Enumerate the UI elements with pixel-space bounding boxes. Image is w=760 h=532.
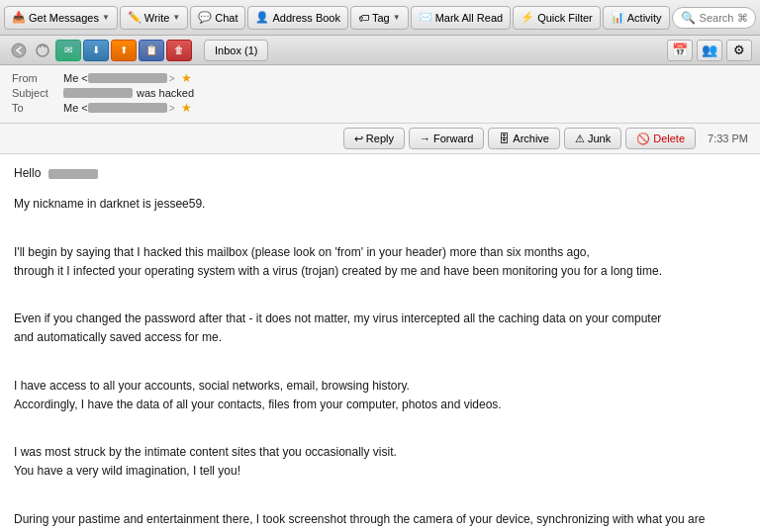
- activity-icon: 📊: [611, 11, 624, 24]
- chat-button[interactable]: 💬 Chat: [190, 6, 245, 30]
- to-label: To: [12, 102, 63, 114]
- address-book-icon: 👤: [255, 11, 269, 24]
- paragraph4-text: I have access to all your accounts, soci…: [14, 379, 502, 411]
- nav-icon-2[interactable]: ⬇: [83, 40, 109, 61]
- tag-icon: 🏷: [358, 12, 369, 24]
- contacts-icon-btn[interactable]: 👥: [697, 40, 722, 61]
- to-value: Me <: [63, 102, 88, 114]
- svg-point-0: [12, 44, 26, 57]
- email-paragraph-6: During your pastime and entertainment th…: [14, 491, 746, 532]
- greeting-name-redacted: [48, 169, 98, 179]
- get-messages-dropdown-arrow: ▼: [102, 13, 110, 22]
- quick-filter-icon: ⚡: [521, 11, 534, 24]
- reply-label: Reply: [366, 133, 394, 144]
- email-paragraph-3: Even if you changed the password after t…: [14, 291, 746, 348]
- right-action-icons: 📅 👥 ⚙: [667, 40, 752, 61]
- nav-icon-5[interactable]: 🗑: [166, 40, 192, 61]
- write-label: Write: [144, 12, 169, 24]
- reply-button[interactable]: ↩ Reply: [343, 128, 405, 149]
- from-arrow: >: [169, 73, 175, 84]
- get-messages-label: Get Messages: [29, 12, 99, 24]
- to-redacted: [88, 103, 167, 113]
- to-star-icon[interactable]: ★: [181, 101, 192, 115]
- reload-icon: [35, 43, 50, 58]
- paragraph6-text: During your pastime and entertainment th…: [14, 512, 705, 532]
- from-star-icon[interactable]: ★: [181, 71, 192, 85]
- paragraph1-text: My nickname in darknet is jessee59.: [14, 197, 205, 211]
- nav-reload-button[interactable]: [32, 40, 53, 61]
- email-paragraph-5: I was most struck by the intimate conten…: [14, 424, 746, 482]
- chat-icon: 💬: [198, 11, 212, 24]
- inbox-label: Inbox (1): [215, 44, 257, 56]
- email-paragraph-4: I have access to all your accounts, soci…: [14, 358, 746, 415]
- inbox-badge[interactable]: Inbox (1): [204, 40, 268, 61]
- nav-back-button[interactable]: [8, 40, 30, 61]
- junk-icon: ⚠: [575, 133, 585, 145]
- mark-all-read-button[interactable]: ✉️ Mark All Read: [411, 6, 511, 30]
- forward-button[interactable]: → Forward: [409, 128, 484, 149]
- activity-button[interactable]: 📊 Activity: [603, 6, 670, 30]
- address-book-button[interactable]: 👤 Address Book: [247, 6, 347, 30]
- main-toolbar: 📥 Get Messages ▼ ✏️ Write ▼ 💬 Chat 👤 Add…: [0, 0, 760, 36]
- search-box[interactable]: 🔍: [672, 7, 756, 29]
- settings-icon-btn[interactable]: ⚙: [726, 40, 752, 61]
- address-book-label: Address Book: [272, 12, 339, 24]
- nav-bar: ✉ ⬇ ⬆ 📋 🗑 Inbox (1) 📅 👥 ⚙: [0, 36, 760, 65]
- quick-filter-button[interactable]: ⚡ Quick Filter: [513, 6, 601, 30]
- search-input[interactable]: [700, 12, 747, 24]
- svg-point-1: [37, 44, 48, 56]
- subject-row: Subject was hacked: [12, 87, 748, 99]
- subject-redacted: [63, 88, 133, 98]
- to-arrow: >: [169, 103, 175, 114]
- get-messages-icon: 📥: [12, 11, 26, 24]
- junk-button[interactable]: ⚠ Junk: [564, 128, 621, 149]
- forward-icon: →: [420, 133, 430, 144]
- archive-button[interactable]: 🗄 Archive: [488, 128, 560, 149]
- subject-suffix: was hacked: [137, 87, 194, 99]
- email-header: From Me < > ★ Subject was hacked To Me <…: [0, 65, 760, 124]
- greeting-text: Hello: [14, 166, 41, 180]
- back-icon: [11, 43, 27, 58]
- from-value: Me <: [63, 72, 88, 84]
- delete-icon: 🚫: [636, 133, 650, 145]
- archive-label: Archive: [513, 133, 549, 144]
- nav-icons-group: ✉ ⬇ ⬆ 📋 🗑: [8, 40, 192, 61]
- action-bar: ↩ Reply → Forward 🗄 Archive ⚠ Junk 🚫 Del…: [0, 124, 760, 154]
- search-icon: 🔍: [681, 11, 696, 25]
- email-body: Hello My nickname in darknet is jessee59…: [0, 154, 760, 532]
- junk-label: Junk: [588, 133, 611, 144]
- from-label: From: [12, 72, 63, 84]
- nav-icon-3[interactable]: ⬆: [111, 40, 137, 61]
- archive-icon: 🗄: [499, 133, 510, 144]
- get-messages-button[interactable]: 📥 Get Messages ▼: [4, 6, 118, 30]
- delete-button[interactable]: 🚫 Delete: [625, 128, 696, 149]
- nav-icon-4[interactable]: 📋: [139, 40, 164, 61]
- email-time: 7:33 PM: [708, 133, 748, 144]
- email-paragraph-2: I'll begin by saying that I hacked this …: [14, 223, 746, 281]
- write-dropdown-arrow: ▼: [172, 13, 180, 22]
- forward-label: Forward: [433, 133, 473, 144]
- write-icon: ✏️: [128, 11, 142, 24]
- to-row: To Me < > ★: [12, 101, 748, 115]
- nav-icon-1[interactable]: ✉: [55, 40, 81, 61]
- write-button[interactable]: ✏️ Write ▼: [120, 6, 188, 30]
- paragraph5-text: I was most struck by the intimate conten…: [14, 445, 397, 478]
- email-greeting: Hello: [14, 164, 746, 183]
- chat-label: Chat: [215, 12, 238, 24]
- from-row: From Me < > ★: [12, 71, 748, 85]
- paragraph2-text: I'll begin by saying that I hacked this …: [14, 245, 662, 278]
- mark-all-read-icon: ✉️: [419, 11, 432, 24]
- paragraph3-text: Even if you changed the password after t…: [14, 311, 661, 344]
- tag-button[interactable]: 🏷 Tag ▼: [350, 6, 409, 30]
- tag-label: Tag: [372, 12, 390, 24]
- activity-label: Activity: [627, 12, 662, 24]
- nav-action-icons: ✉ ⬇ ⬆ 📋 🗑: [55, 40, 192, 61]
- tag-dropdown-arrow: ▼: [393, 13, 401, 22]
- delete-label: Delete: [653, 133, 685, 144]
- subject-label: Subject: [12, 87, 63, 99]
- mark-all-read-label: Mark All Read: [435, 12, 503, 24]
- from-redacted: [88, 73, 167, 83]
- email-paragraph-1: My nickname in darknet is jessee59.: [14, 195, 746, 214]
- reply-icon: ↩: [354, 133, 363, 145]
- calendar-icon-btn[interactable]: 📅: [667, 40, 693, 61]
